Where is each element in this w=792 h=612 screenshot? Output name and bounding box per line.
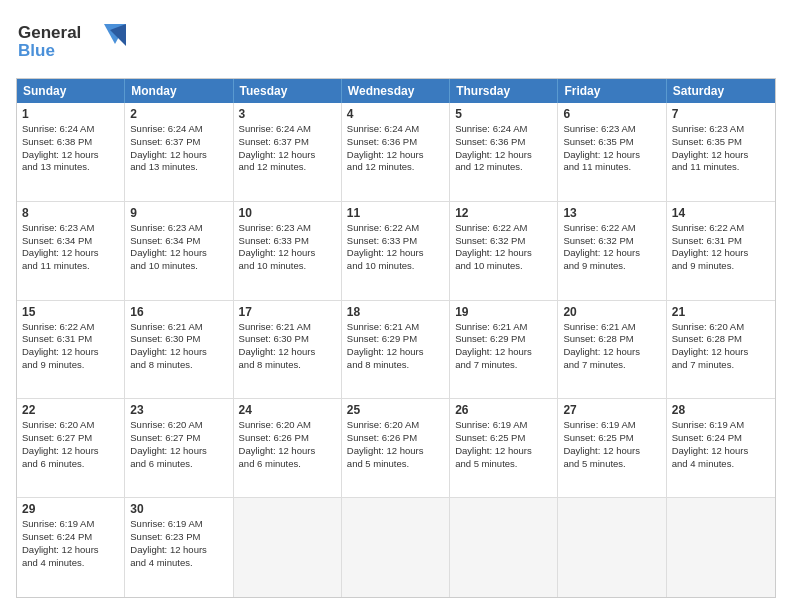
day-info: Sunrise: 6:22 AMSunset: 6:31 PMDaylight:… xyxy=(22,321,119,372)
day-info: Sunrise: 6:21 AMSunset: 6:30 PMDaylight:… xyxy=(239,321,336,372)
calendar: SundayMondayTuesdayWednesdayThursdayFrid… xyxy=(16,78,776,598)
svg-text:Blue: Blue xyxy=(18,41,55,60)
cal-cell: 16Sunrise: 6:21 AMSunset: 6:30 PMDayligh… xyxy=(125,301,233,399)
day-info: Sunrise: 6:24 AMSunset: 6:36 PMDaylight:… xyxy=(347,123,444,174)
day-info: Sunrise: 6:22 AMSunset: 6:32 PMDaylight:… xyxy=(455,222,552,273)
cal-cell xyxy=(234,498,342,597)
day-info: Sunrise: 6:24 AMSunset: 6:37 PMDaylight:… xyxy=(239,123,336,174)
cal-cell: 14Sunrise: 6:22 AMSunset: 6:31 PMDayligh… xyxy=(667,202,775,300)
cal-cell: 27Sunrise: 6:19 AMSunset: 6:25 PMDayligh… xyxy=(558,399,666,497)
cal-cell: 19Sunrise: 6:21 AMSunset: 6:29 PMDayligh… xyxy=(450,301,558,399)
cal-cell: 21Sunrise: 6:20 AMSunset: 6:28 PMDayligh… xyxy=(667,301,775,399)
day-number: 25 xyxy=(347,403,444,417)
day-number: 9 xyxy=(130,206,227,220)
day-number: 20 xyxy=(563,305,660,319)
week-row-3: 15Sunrise: 6:22 AMSunset: 6:31 PMDayligh… xyxy=(17,301,775,400)
cal-cell: 22Sunrise: 6:20 AMSunset: 6:27 PMDayligh… xyxy=(17,399,125,497)
week-row-5: 29Sunrise: 6:19 AMSunset: 6:24 PMDayligh… xyxy=(17,498,775,597)
day-number: 8 xyxy=(22,206,119,220)
page: General Blue SundayMondayTuesdayWednesda… xyxy=(0,0,792,612)
header: General Blue xyxy=(16,16,776,68)
cal-cell: 10Sunrise: 6:23 AMSunset: 6:33 PMDayligh… xyxy=(234,202,342,300)
cal-cell: 9Sunrise: 6:23 AMSunset: 6:34 PMDaylight… xyxy=(125,202,233,300)
cal-cell: 5Sunrise: 6:24 AMSunset: 6:36 PMDaylight… xyxy=(450,103,558,201)
day-info: Sunrise: 6:23 AMSunset: 6:33 PMDaylight:… xyxy=(239,222,336,273)
svg-text:General: General xyxy=(18,23,81,42)
day-number: 27 xyxy=(563,403,660,417)
day-info: Sunrise: 6:21 AMSunset: 6:29 PMDaylight:… xyxy=(347,321,444,372)
day-number: 29 xyxy=(22,502,119,516)
col-header-tuesday: Tuesday xyxy=(234,79,342,103)
day-number: 7 xyxy=(672,107,770,121)
day-number: 2 xyxy=(130,107,227,121)
day-number: 15 xyxy=(22,305,119,319)
day-number: 5 xyxy=(455,107,552,121)
cal-cell: 24Sunrise: 6:20 AMSunset: 6:26 PMDayligh… xyxy=(234,399,342,497)
cal-cell: 13Sunrise: 6:22 AMSunset: 6:32 PMDayligh… xyxy=(558,202,666,300)
week-row-2: 8Sunrise: 6:23 AMSunset: 6:34 PMDaylight… xyxy=(17,202,775,301)
day-number: 13 xyxy=(563,206,660,220)
day-info: Sunrise: 6:23 AMSunset: 6:35 PMDaylight:… xyxy=(563,123,660,174)
cal-cell: 6Sunrise: 6:23 AMSunset: 6:35 PMDaylight… xyxy=(558,103,666,201)
cal-cell xyxy=(450,498,558,597)
day-number: 17 xyxy=(239,305,336,319)
day-number: 26 xyxy=(455,403,552,417)
cal-cell: 18Sunrise: 6:21 AMSunset: 6:29 PMDayligh… xyxy=(342,301,450,399)
day-info: Sunrise: 6:20 AMSunset: 6:26 PMDaylight:… xyxy=(347,419,444,470)
cal-cell xyxy=(342,498,450,597)
cal-cell: 4Sunrise: 6:24 AMSunset: 6:36 PMDaylight… xyxy=(342,103,450,201)
day-info: Sunrise: 6:21 AMSunset: 6:28 PMDaylight:… xyxy=(563,321,660,372)
day-info: Sunrise: 6:21 AMSunset: 6:29 PMDaylight:… xyxy=(455,321,552,372)
col-header-thursday: Thursday xyxy=(450,79,558,103)
day-info: Sunrise: 6:22 AMSunset: 6:31 PMDaylight:… xyxy=(672,222,770,273)
col-header-friday: Friday xyxy=(558,79,666,103)
logo-text: General Blue xyxy=(16,16,126,68)
cal-cell: 8Sunrise: 6:23 AMSunset: 6:34 PMDaylight… xyxy=(17,202,125,300)
day-number: 23 xyxy=(130,403,227,417)
day-info: Sunrise: 6:24 AMSunset: 6:38 PMDaylight:… xyxy=(22,123,119,174)
day-info: Sunrise: 6:19 AMSunset: 6:24 PMDaylight:… xyxy=(672,419,770,470)
day-info: Sunrise: 6:22 AMSunset: 6:33 PMDaylight:… xyxy=(347,222,444,273)
day-info: Sunrise: 6:21 AMSunset: 6:30 PMDaylight:… xyxy=(130,321,227,372)
calendar-header: SundayMondayTuesdayWednesdayThursdayFrid… xyxy=(17,79,775,103)
day-info: Sunrise: 6:23 AMSunset: 6:35 PMDaylight:… xyxy=(672,123,770,174)
cal-cell: 28Sunrise: 6:19 AMSunset: 6:24 PMDayligh… xyxy=(667,399,775,497)
col-header-saturday: Saturday xyxy=(667,79,775,103)
week-row-1: 1Sunrise: 6:24 AMSunset: 6:38 PMDaylight… xyxy=(17,103,775,202)
day-info: Sunrise: 6:19 AMSunset: 6:25 PMDaylight:… xyxy=(563,419,660,470)
day-number: 18 xyxy=(347,305,444,319)
calendar-body: 1Sunrise: 6:24 AMSunset: 6:38 PMDaylight… xyxy=(17,103,775,597)
cal-cell xyxy=(558,498,666,597)
logo: General Blue xyxy=(16,16,126,68)
day-number: 16 xyxy=(130,305,227,319)
cal-cell: 3Sunrise: 6:24 AMSunset: 6:37 PMDaylight… xyxy=(234,103,342,201)
day-number: 1 xyxy=(22,107,119,121)
day-number: 21 xyxy=(672,305,770,319)
cal-cell: 23Sunrise: 6:20 AMSunset: 6:27 PMDayligh… xyxy=(125,399,233,497)
cal-cell: 29Sunrise: 6:19 AMSunset: 6:24 PMDayligh… xyxy=(17,498,125,597)
col-header-wednesday: Wednesday xyxy=(342,79,450,103)
day-info: Sunrise: 6:19 AMSunset: 6:23 PMDaylight:… xyxy=(130,518,227,569)
day-info: Sunrise: 6:23 AMSunset: 6:34 PMDaylight:… xyxy=(22,222,119,273)
day-info: Sunrise: 6:24 AMSunset: 6:37 PMDaylight:… xyxy=(130,123,227,174)
day-info: Sunrise: 6:20 AMSunset: 6:28 PMDaylight:… xyxy=(672,321,770,372)
day-number: 30 xyxy=(130,502,227,516)
cal-cell: 1Sunrise: 6:24 AMSunset: 6:38 PMDaylight… xyxy=(17,103,125,201)
day-number: 10 xyxy=(239,206,336,220)
day-number: 6 xyxy=(563,107,660,121)
day-info: Sunrise: 6:22 AMSunset: 6:32 PMDaylight:… xyxy=(563,222,660,273)
day-number: 19 xyxy=(455,305,552,319)
day-number: 11 xyxy=(347,206,444,220)
day-info: Sunrise: 6:19 AMSunset: 6:24 PMDaylight:… xyxy=(22,518,119,569)
cal-cell: 7Sunrise: 6:23 AMSunset: 6:35 PMDaylight… xyxy=(667,103,775,201)
day-number: 28 xyxy=(672,403,770,417)
day-number: 24 xyxy=(239,403,336,417)
cal-cell: 11Sunrise: 6:22 AMSunset: 6:33 PMDayligh… xyxy=(342,202,450,300)
day-number: 4 xyxy=(347,107,444,121)
cal-cell: 25Sunrise: 6:20 AMSunset: 6:26 PMDayligh… xyxy=(342,399,450,497)
cal-cell: 20Sunrise: 6:21 AMSunset: 6:28 PMDayligh… xyxy=(558,301,666,399)
cal-cell: 12Sunrise: 6:22 AMSunset: 6:32 PMDayligh… xyxy=(450,202,558,300)
day-info: Sunrise: 6:24 AMSunset: 6:36 PMDaylight:… xyxy=(455,123,552,174)
day-info: Sunrise: 6:20 AMSunset: 6:27 PMDaylight:… xyxy=(130,419,227,470)
cal-cell: 26Sunrise: 6:19 AMSunset: 6:25 PMDayligh… xyxy=(450,399,558,497)
